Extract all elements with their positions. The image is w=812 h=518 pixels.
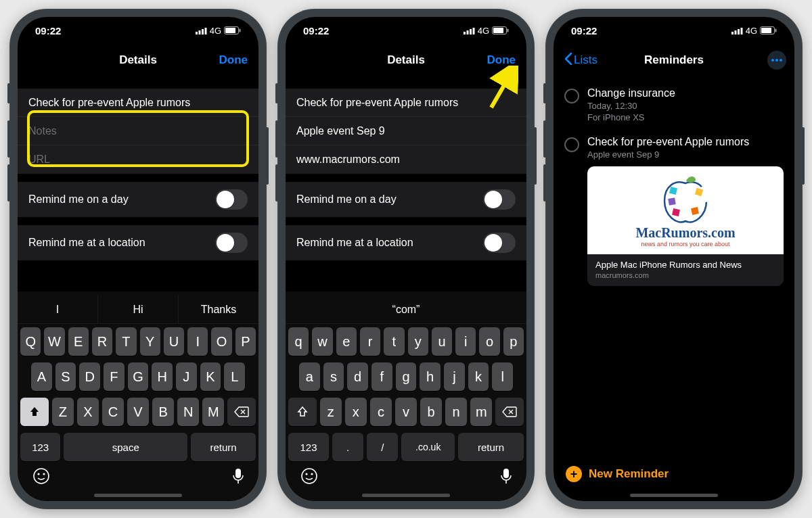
key-p[interactable]: P xyxy=(235,327,256,356)
key-i[interactable]: I xyxy=(187,327,208,356)
key-m[interactable]: m xyxy=(470,398,492,426)
key-x[interactable]: X xyxy=(77,398,99,426)
remind-location-row[interactable]: Remind me at a location xyxy=(286,225,526,260)
delete-key[interactable] xyxy=(227,398,256,426)
key-w[interactable]: W xyxy=(44,327,64,356)
key-d[interactable]: d xyxy=(347,362,368,391)
notes-input[interactable]: Apple event Sep 9 xyxy=(286,117,526,145)
notes-input[interactable]: Notes xyxy=(18,117,258,145)
key-h[interactable]: H xyxy=(152,362,173,391)
remind-day-row[interactable]: Remind me on a day xyxy=(18,182,258,217)
key-x[interactable]: x xyxy=(345,398,367,426)
key-b[interactable]: b xyxy=(420,398,442,426)
remind-day-toggle[interactable] xyxy=(483,189,516,210)
shift-key[interactable] xyxy=(20,398,49,426)
shift-key[interactable] xyxy=(288,398,317,426)
key-n[interactable]: n xyxy=(445,398,467,426)
key-c[interactable]: C xyxy=(102,398,124,426)
delete-key[interactable] xyxy=(495,398,524,426)
key-r[interactable]: r xyxy=(360,327,380,356)
key-e[interactable]: E xyxy=(68,327,89,356)
title-input[interactable]: Check for pre-event Apple rumors xyxy=(286,89,526,117)
key-period[interactable]: . xyxy=(332,433,363,461)
keyboard[interactable]: I Hi Thanks QWERTYUIOP ASDFGHJKL ZXCVBNM… xyxy=(18,291,258,501)
key-w[interactable]: w xyxy=(312,327,332,356)
key-g[interactable]: g xyxy=(396,362,417,391)
key-o[interactable]: O xyxy=(211,327,231,356)
more-options-button[interactable] xyxy=(767,51,786,70)
reminder-item-2[interactable]: Check for pre-event Apple rumors Apple e… xyxy=(564,129,784,293)
key-s[interactable]: S xyxy=(55,362,76,391)
key-t[interactable]: T xyxy=(116,327,136,356)
key-h[interactable]: h xyxy=(420,362,441,391)
key-b[interactable]: B xyxy=(152,398,174,426)
key-f[interactable]: F xyxy=(104,362,125,391)
key-l[interactable]: l xyxy=(492,362,513,391)
remind-day-toggle[interactable] xyxy=(215,189,248,210)
key-s[interactable]: s xyxy=(323,362,344,391)
suggestion-2[interactable]: Hi xyxy=(98,296,179,323)
key-k[interactable]: K xyxy=(200,362,221,391)
reminder-item-1[interactable]: Change insurance Today, 12:30 For iPhone… xyxy=(564,80,784,129)
dictation-key[interactable] xyxy=(233,468,244,487)
key-f[interactable]: f xyxy=(371,362,392,391)
key-slash[interactable]: / xyxy=(367,433,398,461)
home-indicator[interactable] xyxy=(630,494,718,497)
remind-location-toggle[interactable] xyxy=(215,233,248,253)
new-reminder-button[interactable]: + New Reminder xyxy=(566,466,669,482)
title-input[interactable]: Check for pre-event Apple rumors xyxy=(18,89,258,117)
key-u[interactable]: u xyxy=(432,327,452,356)
key-p[interactable]: p xyxy=(503,327,524,356)
done-button[interactable]: Done xyxy=(487,53,516,67)
key-z[interactable]: z xyxy=(320,398,342,426)
emoji-key[interactable] xyxy=(300,467,318,488)
key-d[interactable]: D xyxy=(79,362,100,391)
complete-toggle[interactable] xyxy=(564,137,579,152)
key-i[interactable]: i xyxy=(455,327,476,356)
remind-day-row[interactable]: Remind me on a day xyxy=(286,182,526,217)
suggestion-3[interactable]: Thanks xyxy=(179,296,258,323)
remind-location-toggle[interactable] xyxy=(483,233,516,253)
home-indicator[interactable] xyxy=(362,494,450,497)
numbers-key[interactable]: 123 xyxy=(288,433,329,461)
key-j[interactable]: j xyxy=(444,362,465,391)
key-y[interactable]: Y xyxy=(140,327,160,356)
key-c[interactable]: c xyxy=(370,398,392,426)
key-r[interactable]: R xyxy=(92,327,112,356)
return-key[interactable]: return xyxy=(191,433,256,461)
key-a[interactable]: a xyxy=(299,362,320,391)
key-m[interactable]: M xyxy=(202,398,224,426)
suggestion-1[interactable]: I xyxy=(18,296,98,323)
key-g[interactable]: G xyxy=(128,362,149,391)
link-preview[interactable]: MacRumors.com news and rumors you care a… xyxy=(587,166,784,286)
keyboard[interactable]: “com” qwertyuiop asdfghjkl zxcvbnm 123 .… xyxy=(286,291,526,501)
done-button[interactable]: Done xyxy=(219,53,248,67)
key-q[interactable]: Q xyxy=(20,327,41,356)
complete-toggle[interactable] xyxy=(564,89,579,103)
url-input[interactable]: www.macrumors.com xyxy=(286,145,526,174)
key-v[interactable]: v xyxy=(395,398,417,426)
remind-location-row[interactable]: Remind me at a location xyxy=(18,225,258,260)
key-n[interactable]: N xyxy=(177,398,199,426)
key-t[interactable]: t xyxy=(384,327,404,356)
return-key[interactable]: return xyxy=(458,433,524,461)
key-u[interactable]: U xyxy=(164,327,184,356)
key-e[interactable]: e xyxy=(336,327,357,356)
key-q[interactable]: q xyxy=(288,327,309,356)
dictation-key[interactable] xyxy=(501,468,512,487)
back-button[interactable]: Lists xyxy=(564,53,597,68)
key-z[interactable]: Z xyxy=(52,398,74,426)
url-input[interactable]: URL xyxy=(18,145,258,174)
numbers-key[interactable]: 123 xyxy=(20,433,60,461)
key-y[interactable]: y xyxy=(408,327,428,356)
key-couk[interactable]: .co.uk xyxy=(401,433,455,461)
key-l[interactable]: L xyxy=(224,362,245,391)
space-key[interactable]: space xyxy=(64,433,187,461)
key-a[interactable]: A xyxy=(31,362,52,391)
key-j[interactable]: J xyxy=(176,362,197,391)
key-k[interactable]: k xyxy=(468,362,489,391)
suggestion-1[interactable]: “com” xyxy=(286,296,526,323)
home-indicator[interactable] xyxy=(94,494,182,497)
key-v[interactable]: V xyxy=(127,398,149,426)
emoji-key[interactable] xyxy=(32,467,50,488)
